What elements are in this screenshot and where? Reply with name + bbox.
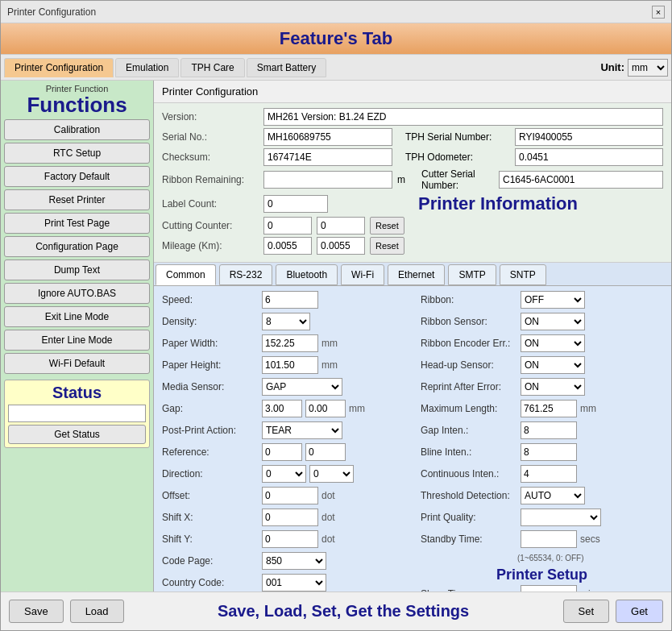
calibration-button[interactable]: Calibration [4,119,150,140]
direction-select-1[interactable]: 0 [262,465,306,483]
reference-row: Reference: [162,443,404,461]
status-title: Status [8,384,146,402]
offset-row: Offset: dot [162,487,404,504]
tph-odometer-label: TPH Odometer: [397,152,510,163]
load-button[interactable]: Load [70,600,124,623]
tab-tph-care[interactable]: TPH Care [180,58,244,77]
shift-y-input[interactable] [262,530,318,548]
speed-label: Speed: [162,294,259,305]
gap-input-2[interactable] [305,400,346,417]
tab-sntp[interactable]: SNTP [500,264,546,285]
post-print-row: Post-Print Action: TEAR [162,421,404,439]
paper-height-unit: mm [321,359,338,371]
tph-odometer-value: 0.0451 [515,148,663,166]
save-load-title: Save, Load, Set, Get the Settings [131,602,557,621]
speed-input[interactable] [262,291,318,309]
shift-x-row: Shift X: dot [162,509,404,526]
gap-input-1[interactable] [262,400,302,417]
version-value: MH261 Version: B1.24 EZD [263,108,663,126]
ribbon-remaining-label: Ribbon Remaining: [162,174,259,185]
cutter-serial-value: C1645-6AC0001 [499,171,663,189]
direction-row: Direction: 0 0 [162,465,404,483]
tab-common[interactable]: Common [156,264,216,285]
tab-smart-battery[interactable]: Smart Battery [247,58,326,77]
continuous-inten-input[interactable] [521,465,577,483]
tab-rs232[interactable]: RS-232 [219,264,273,285]
print-quality-label: Print Quality: [421,512,517,523]
reset-printer-button[interactable]: Reset Printer [4,189,150,210]
code-page-select[interactable]: 850 [262,552,326,570]
sleep-time-input[interactable] [521,585,577,592]
country-code-select[interactable]: 001 [262,574,326,592]
bline-inten-row: Bline Inten.: [421,443,663,461]
mileage-label: Mileage (Km): [162,240,259,251]
ribbon-row: Ribbon Remaining: m Cutter Serial Number… [162,168,663,191]
save-button[interactable]: Save [9,600,64,623]
head-up-select[interactable]: ON OFF [521,356,585,374]
paper-height-label: Paper Height: [162,359,259,371]
exit-line-mode-button[interactable]: Exit Line Mode [4,306,150,327]
tab-printer-configuration[interactable]: Printer Configuration [4,58,114,77]
continuous-inten-label: Continuous Inten.: [421,468,517,479]
density-label: Density: [162,316,259,327]
density-select[interactable]: 8 [262,313,310,330]
paper-width-label: Paper Width: [162,338,259,349]
ribbon-encoder-select[interactable]: ON OFF [521,334,585,352]
tab-smtp[interactable]: SMTP [448,264,496,285]
tab-emulation[interactable]: Emulation [115,58,179,77]
set-button[interactable]: Set [563,600,610,623]
post-print-select[interactable]: TEAR [262,421,342,439]
reference-input-1[interactable] [262,443,302,461]
bline-inten-input[interactable] [521,443,577,461]
standby-time-input[interactable] [521,530,577,548]
unit-select[interactable]: mm inch [628,59,668,77]
cutting-counter-row: Cutting Counter: 0 0 Reset [162,217,663,235]
ribbon-sensor-select[interactable]: ON OFF [521,313,585,330]
factory-default-button[interactable]: Factory Default [4,166,150,187]
shift-x-label: Shift X: [162,512,259,523]
label-count-label: Label Count: [162,198,259,210]
mileage-row: Mileage (Km): 0.0055 0.0055 Reset [162,237,663,255]
features-tab-banner: Feature's Tab [1,23,671,55]
tab-bluetooth[interactable]: Bluetooth [276,264,338,285]
cutting-counter-v2: 0 [317,217,365,235]
ignore-auto-bas-button[interactable]: Ignore AUTO.BAS [4,283,150,304]
paper-width-input[interactable] [262,334,318,352]
ribbon-select[interactable]: OFF ON [521,291,585,309]
tab-ethernet[interactable]: Ethernet [388,264,445,285]
configuration-page-button[interactable]: Configuration Page [4,236,150,257]
reprint-label: Reprint After Error: [421,381,517,392]
media-sensor-select[interactable]: GAP [262,378,342,396]
enter-line-mode-button[interactable]: Enter Line Mode [4,330,150,351]
shift-x-input[interactable] [262,509,318,526]
ribbon-unit: m [397,174,409,185]
mileage-reset-button[interactable]: Reset [370,237,404,255]
continuous-inten-row: Continuous Inten.: [421,465,663,483]
cutting-reset-button[interactable]: Reset [370,217,404,235]
reprint-select[interactable]: ON OFF [521,378,585,396]
dump-text-button[interactable]: Dump Text [4,259,150,280]
get-button[interactable]: Get [616,600,663,623]
status-input[interactable] [8,405,146,422]
offset-label: Offset: [162,490,259,501]
direction-select-2[interactable]: 0 [309,465,354,483]
cutting-counter-label: Cutting Counter: [162,220,259,231]
get-status-button[interactable]: Get Status [8,425,146,444]
label-count-value: 0 [263,195,328,213]
paper-height-input[interactable] [262,356,318,374]
print-test-page-button[interactable]: Print Test Page [4,213,150,234]
tab-wifi[interactable]: Wi-Fi [341,264,384,285]
print-quality-select[interactable] [521,509,601,526]
paper-width-unit: mm [321,338,338,349]
status-section: Status Get Status [4,380,150,448]
ribbon-encoder-row: Ribbon Encoder Err.: ON OFF [421,334,663,352]
tph-serial-value: RYI9400055 [515,128,663,146]
reference-input-2[interactable] [305,443,346,461]
max-length-input[interactable] [521,400,577,417]
rtc-setup-button[interactable]: RTC Setup [4,143,150,164]
offset-input[interactable] [262,487,318,504]
close-button[interactable]: × [652,6,665,19]
threshold-select[interactable]: AUTO [521,487,585,504]
wifi-default-button[interactable]: Wi-Fi Default [4,353,150,374]
gap-inten-input[interactable] [521,421,577,439]
